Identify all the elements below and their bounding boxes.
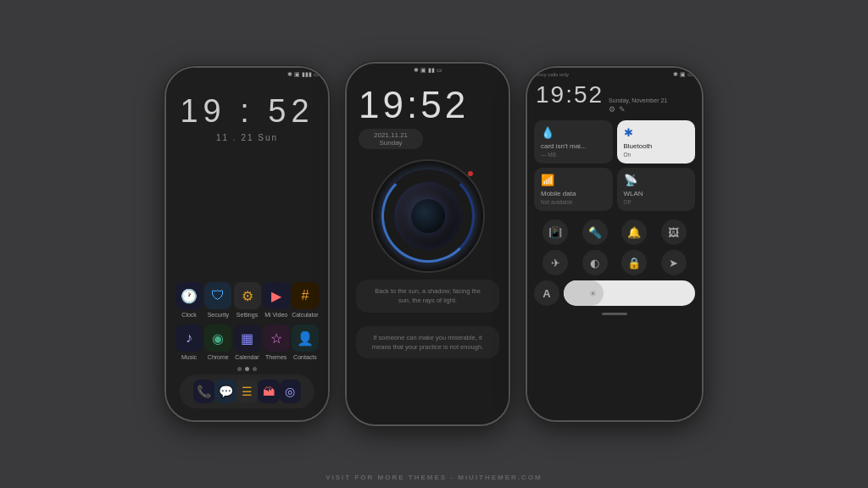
alpha-btn[interactable]: A bbox=[534, 280, 559, 306]
mobile-card-sub: Not available bbox=[541, 199, 606, 205]
calendar-icon: ▦ bbox=[234, 324, 261, 352]
mobile-card-title: Mobile data bbox=[541, 190, 606, 197]
app-security[interactable]: 🛡 Security bbox=[203, 282, 232, 318]
brightness-icon: ☀ bbox=[589, 289, 597, 298]
app-themes[interactable]: ☆ Themes bbox=[262, 324, 291, 360]
camera-lens bbox=[394, 182, 462, 250]
battery-icon3: ▭ bbox=[687, 71, 693, 78]
bell-btn[interactable]: 🔔 bbox=[621, 219, 647, 245]
control-card-wlan[interactable]: 📡 WLAN Off bbox=[617, 168, 696, 211]
mivideo-label: Mi Video bbox=[264, 312, 287, 318]
quote2-text: If someone can make you miserable, it me… bbox=[372, 334, 483, 351]
phone1-time: 19 : 52 bbox=[166, 93, 328, 130]
battery-icon: ▭ bbox=[314, 71, 320, 78]
camera-ring bbox=[381, 169, 475, 263]
clock-label: Clock bbox=[181, 312, 197, 318]
phone-3: ency calls only ✱ ▣ ▭ 19:52 Sunday, Nove… bbox=[526, 66, 704, 422]
page-dots bbox=[175, 367, 320, 371]
wlan-card-icon: 📡 bbox=[624, 174, 689, 186]
app-music[interactable]: ♪ Music bbox=[175, 324, 203, 360]
settings-label: Settings bbox=[236, 312, 258, 318]
control-card-bluetooth[interactable]: ✱ Bluetooth On bbox=[617, 120, 696, 164]
bt-card-title: Bluetooth bbox=[624, 142, 689, 150]
dock-messages[interactable]: 💬 bbox=[214, 380, 236, 403]
flashlight-btn[interactable]: 🔦 bbox=[582, 219, 608, 245]
app-clock[interactable]: 🕐 Clock bbox=[175, 282, 203, 318]
brightness-slider[interactable]: ☀ bbox=[564, 280, 695, 306]
bt-icon: ✱ bbox=[414, 67, 419, 74]
control-row-1: 💧 card isn't mai... — MB ✱ Bluetooth On bbox=[534, 120, 695, 164]
app-chrome[interactable]: ◉ Chrome bbox=[203, 324, 232, 360]
app-settings[interactable]: ⚙ Settings bbox=[232, 282, 261, 318]
phone2-date-pill: 2021.11.21 Sunday bbox=[359, 129, 423, 149]
control-row-2: 📶 Mobile data Not available 📡 WLAN Off bbox=[534, 168, 695, 211]
dock-phone[interactable]: 📞 bbox=[193, 380, 214, 403]
camera-lens-inner bbox=[411, 199, 445, 233]
camera-module bbox=[373, 161, 483, 271]
contacts-label: Contacts bbox=[293, 354, 317, 360]
app-calculator[interactable]: # Calculator bbox=[291, 282, 320, 318]
chrome-label: Chrome bbox=[208, 354, 229, 360]
music-icon: ♪ bbox=[175, 324, 203, 352]
dot-3 bbox=[253, 367, 257, 371]
location-btn[interactable]: ➤ bbox=[661, 250, 687, 275]
calculator-icon: # bbox=[292, 282, 319, 309]
dock-maps[interactable]: 🏔 bbox=[258, 380, 279, 403]
brightness-fill: ☀ bbox=[564, 280, 604, 306]
emergency-text: ency calls only bbox=[536, 72, 569, 77]
brightness-row: A ☀ bbox=[527, 277, 702, 309]
phone1-status-bar: ✱ ▣ ▮▮▮ ▭ bbox=[166, 68, 328, 80]
quote1-text: Back to the sun, a shadow; facing the su… bbox=[375, 287, 481, 304]
chrome-icon: ◉ bbox=[204, 324, 231, 352]
wifi-icon: ▣ bbox=[294, 71, 300, 78]
phone1-app-grid: 🕐 Clock 🛡 Security ⚙ Settings ▶ bbox=[166, 282, 328, 420]
phone3-screen: ency calls only ✱ ▣ ▭ 19:52 Sunday, Nove… bbox=[527, 68, 702, 420]
data-card-title: card isn't mai... bbox=[541, 142, 606, 150]
camera-indicator bbox=[468, 171, 473, 176]
contacts-icon: 👤 bbox=[292, 324, 319, 352]
control-card-mobile[interactable]: 📶 Mobile data Not available bbox=[534, 168, 613, 211]
vibrate-btn[interactable]: 📳 bbox=[542, 219, 568, 245]
app-contacts[interactable]: 👤 Contacts bbox=[291, 324, 320, 360]
phone-2: ✱ ▣ ▮▮ ▭ 19:52 2021.11.21 Sunday bbox=[345, 62, 510, 426]
signal-icon: ▮▮▮ bbox=[302, 71, 312, 78]
app-calendar[interactable]: ▦ Calendar bbox=[232, 324, 261, 360]
dock-files[interactable]: ☰ bbox=[236, 380, 258, 403]
data-card-icon: 💧 bbox=[541, 126, 606, 139]
signal-icon: ▮▮ bbox=[428, 67, 435, 74]
battery-icon: ▭ bbox=[437, 67, 442, 74]
calculator-label: Calculator bbox=[292, 312, 319, 318]
bt-card-icon: ✱ bbox=[624, 126, 689, 139]
security-icon: 🛡 bbox=[204, 282, 231, 309]
lock-btn[interactable]: 🔒 bbox=[621, 250, 647, 275]
mivideo-icon: ▶ bbox=[263, 282, 290, 309]
control-grid: 💧 card isn't mai... — MB ✱ Bluetooth On … bbox=[527, 115, 702, 216]
music-label: Music bbox=[181, 354, 197, 360]
phone2-date1: 2021.11.21 bbox=[374, 131, 408, 139]
wlan-card-title: WLAN bbox=[624, 190, 689, 197]
control-card-data[interactable]: 💧 card isn't mai... — MB bbox=[534, 120, 613, 164]
app-mivideo[interactable]: ▶ Mi Video bbox=[262, 282, 291, 318]
wifi-icon: ▣ bbox=[420, 67, 426, 74]
data-card-sub: — MB bbox=[541, 152, 606, 158]
phone3-status-bar: ency calls only ✱ ▣ ▭ bbox=[527, 68, 702, 80]
settings-icon: ⚙ bbox=[234, 282, 261, 309]
invert-btn[interactable]: ◐ bbox=[582, 250, 608, 275]
icon-row-1: 📳 🔦 🔔 🖼 bbox=[527, 216, 702, 248]
dot-2 bbox=[245, 367, 249, 371]
phone1-date: 11 . 21 Sun bbox=[166, 133, 328, 142]
phone-1: ✱ ▣ ▮▮▮ ▭ 19 : 52 11 . 21 Sun 🕐 Clock bbox=[164, 66, 330, 422]
dock-assistant[interactable]: ◎ bbox=[280, 380, 301, 403]
quote-card-2: If someone can make you miserable, it me… bbox=[356, 326, 498, 359]
app-row-2: ♪ Music ◉ Chrome ▦ Calendar ☆ bbox=[175, 324, 320, 360]
app-row-1: 🕐 Clock 🛡 Security ⚙ Settings ▶ bbox=[175, 282, 320, 318]
mobile-card-icon: 📶 bbox=[541, 174, 606, 186]
themes-label: Themes bbox=[265, 354, 287, 360]
home-indicator bbox=[602, 313, 627, 315]
phone3-date: Sunday, November 21 bbox=[609, 97, 667, 103]
settings-icon3[interactable]: ⚙ bbox=[609, 105, 615, 114]
calendar-label: Calendar bbox=[235, 354, 259, 360]
screen-btn[interactable]: 🖼 bbox=[661, 219, 687, 245]
airplane-btn[interactable]: ✈ bbox=[542, 250, 568, 275]
edit-icon3[interactable]: ✎ bbox=[619, 105, 626, 114]
